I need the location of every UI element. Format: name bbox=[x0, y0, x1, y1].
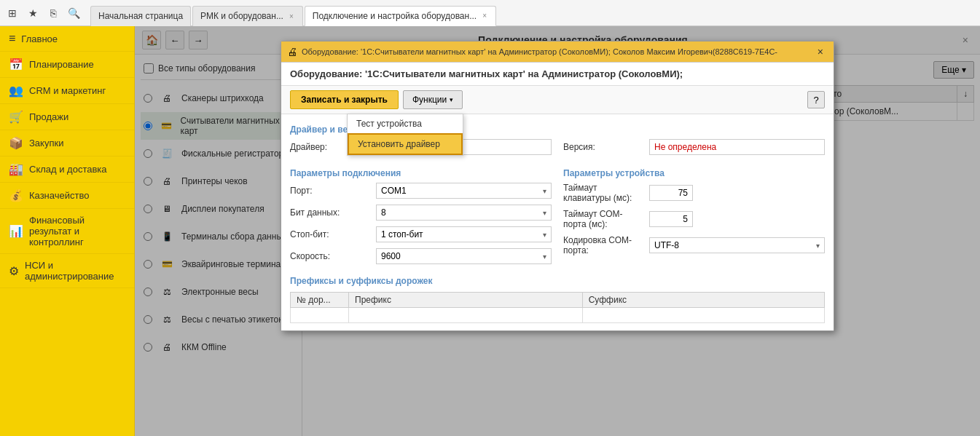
data-bits-select[interactable]: 8 ▾ bbox=[376, 205, 552, 221]
dropdown-item-install[interactable]: Установить драйвер bbox=[348, 133, 463, 155]
prefix-row-empty bbox=[291, 308, 825, 323]
sidebar-item-planning[interactable]: 📅 Планирование bbox=[0, 52, 134, 78]
functions-label: Функции bbox=[412, 95, 447, 105]
tab-rmk-close[interactable]: × bbox=[288, 12, 295, 21]
keyboard-timeout-row: Таймаут клавиатуры (мс): 75 bbox=[563, 183, 825, 203]
speed-arrow: ▾ bbox=[543, 253, 546, 261]
stop-bits-label: Стоп-бит: bbox=[290, 229, 370, 239]
sidebar-item-crm[interactable]: 👥 CRM и маркетинг bbox=[0, 78, 134, 104]
main-layout: ≡ Главное 📅 Планирование 👥 CRM и маркети… bbox=[0, 26, 980, 436]
speed-value: 9600 bbox=[381, 251, 401, 261]
stop-bits-arrow: ▾ bbox=[543, 231, 546, 239]
sidebar-label-main: Главное bbox=[21, 33, 58, 44]
crm-icon: 👥 bbox=[9, 84, 23, 98]
sales-icon: 🛒 bbox=[9, 110, 23, 124]
search-icon[interactable]: 🔍 bbox=[66, 5, 82, 21]
data-bits-arrow: ▾ bbox=[543, 209, 546, 217]
modal-close-button[interactable]: × bbox=[813, 44, 828, 59]
sidebar-label-warehouse: Склад и доставка bbox=[29, 164, 107, 175]
tabs-area: Начальная страница РМК и оборудован... ×… bbox=[90, 0, 976, 26]
functions-dropdown: Тест устройства Установить драйвер bbox=[347, 114, 463, 156]
tab-connect-close[interactable]: × bbox=[481, 11, 488, 20]
stop-bits-row: Стоп-бит: 1 стоп-бит ▾ bbox=[290, 226, 552, 242]
grid-icon[interactable]: ⊞ bbox=[4, 5, 20, 21]
sidebar-item-treasury[interactable]: 💰 Казначейство bbox=[0, 183, 134, 209]
modal-header-title: Оборудование: '1С:Считыватели магнитных … bbox=[281, 63, 834, 86]
speed-select[interactable]: 9600 ▾ bbox=[376, 248, 552, 264]
com-encoding-value: UTF-8 bbox=[654, 240, 679, 250]
modal-toolbar: Записать и закрыть Функции ▾ ? Тест устр… bbox=[281, 86, 834, 114]
planning-icon: 📅 bbox=[9, 58, 23, 71]
prefix-table: № дор... Префикс Суффикс bbox=[290, 292, 825, 323]
version-label: Версия: bbox=[563, 142, 643, 152]
keyboard-timeout-label: Таймаут клавиатуры (мс): bbox=[563, 183, 643, 203]
sidebar-item-finance[interactable]: 📊 Финансовый результат и контроллинг bbox=[0, 209, 134, 254]
prefix-empty-2 bbox=[349, 308, 583, 323]
port-label: Порт: bbox=[290, 186, 370, 196]
functions-dropdown-arrow: ▾ bbox=[450, 96, 453, 103]
purchases-icon: 📦 bbox=[9, 136, 23, 150]
speed-row: Скорость: 9600 ▾ bbox=[290, 248, 552, 264]
modal-dialog: 🖨 Оборудование: '1С:Считыватели магнитны… bbox=[281, 41, 834, 331]
sidebar-label-finance: Финансовый результат и контроллинг bbox=[29, 215, 125, 247]
com-timeout-input[interactable]: 5 bbox=[649, 211, 693, 227]
version-col: Версия: Не определена bbox=[563, 139, 825, 161]
sidebar-label-planning: Планирование bbox=[29, 59, 94, 70]
sidebar-item-sales[interactable]: 🛒 Продажи bbox=[0, 104, 134, 130]
sidebar-label-treasury: Казначейство bbox=[29, 190, 89, 201]
port-select-arrow: ▾ bbox=[543, 187, 546, 195]
treasury-icon: 💰 bbox=[9, 189, 23, 202]
keyboard-timeout-input[interactable]: 75 bbox=[649, 185, 693, 201]
com-encoding-row: Кодировка СОМ-порта: UTF-8 ▾ bbox=[563, 235, 825, 255]
data-bits-row: Бит данных: 8 ▾ bbox=[290, 205, 552, 221]
modal-title-text: Оборудование: '1С:Считыватели магнитных … bbox=[302, 47, 809, 56]
star-icon[interactable]: ★ bbox=[25, 5, 41, 21]
tab-home[interactable]: Начальная страница bbox=[90, 6, 191, 26]
help-button[interactable]: ? bbox=[807, 91, 825, 108]
modal-titlebar: 🖨 Оборудование: '1С:Считыватели магнитны… bbox=[281, 41, 834, 63]
com-encoding-label: Кодировка СОМ-порта: bbox=[563, 235, 643, 255]
sidebar-item-warehouse[interactable]: 🏭 Склад и доставка bbox=[0, 156, 134, 183]
sidebar-item-purchases[interactable]: 📦 Закупки bbox=[0, 130, 134, 156]
modal-overlay: 🖨 Оборудование: '1С:Считыватели магнитны… bbox=[135, 26, 980, 436]
sidebar-item-main[interactable]: ≡ Главное bbox=[0, 26, 134, 52]
tab-connect[interactable]: Подключение и настройка оборудован... × bbox=[305, 6, 496, 26]
speed-label: Скорость: bbox=[290, 251, 370, 261]
modal-title-icon: 🖨 bbox=[287, 46, 297, 58]
sidebar-label-purchases: Закупки bbox=[29, 138, 63, 148]
doc-icon[interactable]: ⎘ bbox=[45, 5, 61, 21]
dropdown-item-test[interactable]: Тест устройства bbox=[348, 114, 463, 133]
com-timeout-row: Таймаут СОМ-порта (мс): 5 bbox=[563, 209, 825, 229]
sidebar-label-nsi: НСИ и администрирование bbox=[25, 260, 125, 282]
section-prefixes: Префиксы и суффиксы дорожек bbox=[290, 276, 825, 286]
finance-icon: 📊 bbox=[9, 224, 23, 238]
version-row: Версия: Не определена bbox=[563, 139, 825, 155]
port-value: COM1 bbox=[381, 186, 407, 196]
port-row: Порт: COM1 ▾ bbox=[290, 183, 552, 199]
section-connection-params: Параметры подключения bbox=[290, 168, 552, 178]
version-value: Не определена bbox=[649, 139, 825, 155]
sidebar-item-nsi[interactable]: ⚙ НСИ и администрирование bbox=[0, 254, 134, 288]
tab-rmk-label: РМК и оборудован... bbox=[200, 11, 283, 21]
top-bar: ⊞ ★ ⎘ 🔍 Начальная страница РМК и оборудо… bbox=[0, 0, 980, 26]
prefix-col-suffix: Суффикс bbox=[582, 293, 824, 308]
stop-bits-value: 1 стоп-бит bbox=[381, 229, 423, 239]
data-bits-label: Бит данных: bbox=[290, 207, 370, 218]
port-select[interactable]: COM1 ▾ bbox=[376, 183, 552, 199]
functions-button[interactable]: Функции ▾ bbox=[403, 90, 463, 109]
com-encoding-select[interactable]: UTF-8 ▾ bbox=[649, 237, 825, 253]
sidebar-label-sales: Продажи bbox=[29, 111, 68, 122]
stop-bits-select[interactable]: 1 стоп-бит ▾ bbox=[376, 226, 552, 242]
section-device-params: Параметры устройства bbox=[563, 168, 825, 178]
prefix-empty-3 bbox=[582, 308, 824, 323]
tab-rmk[interactable]: РМК и оборудован... × bbox=[192, 6, 303, 26]
data-bits-value: 8 bbox=[381, 207, 386, 218]
prefix-col-num: № дор... bbox=[291, 293, 349, 308]
content-area: 🏠 ← → Подключение и настройка оборудован… bbox=[135, 26, 980, 436]
com-encoding-arrow: ▾ bbox=[816, 242, 820, 250]
tab-home-label: Начальная страница bbox=[98, 11, 183, 21]
save-close-button[interactable]: Записать и закрыть bbox=[290, 90, 399, 109]
prefix-col-prefix: Префикс bbox=[349, 293, 583, 308]
com-timeout-label: Таймаут СОМ-порта (мс): bbox=[563, 209, 643, 229]
warehouse-icon: 🏭 bbox=[9, 162, 23, 176]
